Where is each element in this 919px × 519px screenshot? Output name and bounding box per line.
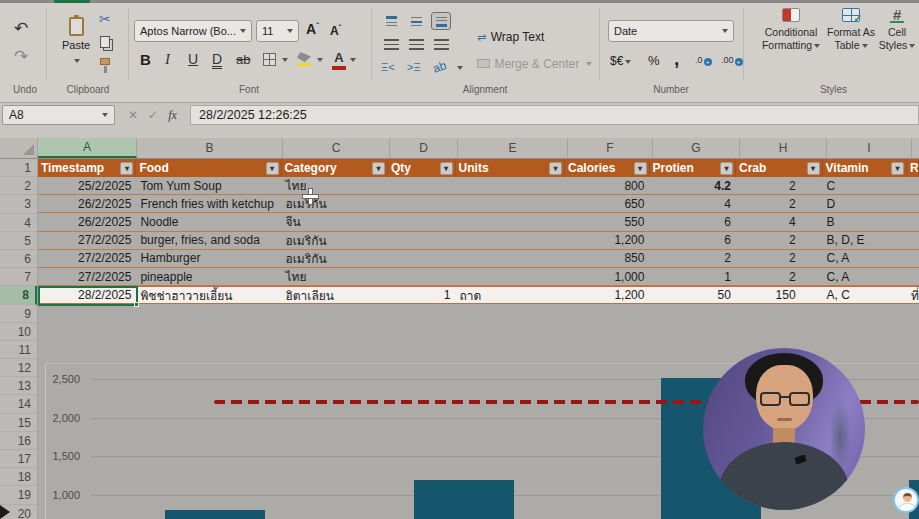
cell-qty[interactable] [388,250,456,267]
strikethrough-button[interactable]: ab [236,53,250,66]
font-size-combo[interactable]: 11 [256,20,299,42]
cell-qty[interactable] [388,213,456,230]
column-header-I[interactable]: I [827,138,912,158]
cell-timestamp[interactable]: 27/2/2025 [38,232,136,249]
cell-timestamp[interactable]: 25/2/2025 [38,177,136,194]
row-header-19[interactable]: 19 [0,486,37,504]
filter-dropdown-icon[interactable]: ▾ [440,162,453,175]
row-header-5[interactable]: 5 [0,232,37,250]
table-header-calories[interactable]: Calories▾ [565,159,650,177]
align-middle-button[interactable] [406,12,426,30]
cell-protien[interactable]: 4 [649,195,736,212]
cell-timestamp[interactable]: 26/2/2025 [38,213,136,230]
cell-calories[interactable]: 800 [565,177,650,194]
table-header-units[interactable]: Units▾ [456,159,565,177]
undo-icon[interactable]: ↶ [14,20,28,37]
column-header-B[interactable]: B [137,138,283,158]
cell-crab[interactable]: 4 [736,213,823,230]
column-header-A[interactable]: A [38,138,137,158]
cell-units[interactable] [456,250,565,267]
cell-food[interactable]: French fries with ketchup [136,195,281,212]
cell-remark[interactable] [907,195,919,212]
cut-icon[interactable]: ✂ [99,12,111,26]
increase-indent-button[interactable]: >Ξ [407,61,421,73]
underline-button[interactable]: U [188,52,198,66]
filter-dropdown-icon[interactable]: ▾ [720,162,733,175]
align-bottom-button[interactable] [431,12,451,30]
font-color-button[interactable]: A [332,50,346,70]
name-box[interactable]: A8 [2,105,115,125]
cell-remark[interactable] [907,213,919,230]
redo-icon[interactable]: ↷ [14,48,28,65]
enter-icon[interactable]: ✓ [148,108,158,122]
cell-calories[interactable]: 550 [565,213,650,230]
double-underline-button[interactable]: D [212,52,222,69]
cell-category[interactable]: ไทย [282,177,388,194]
decrease-indent-button[interactable]: Ξ< [381,61,395,73]
cell-food[interactable]: พิชช่าฮาวายเอี้ยน [136,287,281,303]
table-header-food[interactable]: Food▾ [136,159,281,177]
row-header-3[interactable]: 3 [0,195,37,213]
cell-units[interactable] [456,177,565,194]
currency-button[interactable]: $€ [610,54,631,68]
cell-protien[interactable]: 2 [649,250,736,267]
cell-remark[interactable] [907,268,919,285]
orientation-button[interactable]: ab [431,58,448,76]
row-header-9[interactable]: 9 [0,305,37,323]
align-top-button[interactable] [381,12,401,30]
cell-vitamin[interactable]: C [823,177,908,194]
cell-crab[interactable]: 150 [736,287,823,303]
cell-timestamp[interactable]: 26/2/2025 [38,195,136,212]
cell-remark[interactable] [907,232,919,249]
cell-calories[interactable]: 650 [565,195,650,212]
filter-dropdown-icon[interactable]: ▾ [634,162,647,175]
percent-button[interactable]: % [648,53,660,68]
cell-vitamin[interactable]: B, D, E [823,232,908,249]
italic-button[interactable]: I [165,52,170,67]
bold-button[interactable]: B [140,52,151,67]
cell-category[interactable]: อิตาเลียน [282,287,388,303]
cell-vitamin[interactable]: B [823,213,908,230]
filter-dropdown-icon[interactable]: ▾ [372,162,385,175]
cell-vitamin[interactable]: C, A [823,250,908,267]
wrap-text-button[interactable]: ⇌ Wrap Text [477,27,544,45]
filter-dropdown-icon[interactable]: ▾ [266,162,279,175]
cell-crab[interactable]: 2 [736,177,823,194]
row-header-14[interactable]: 14 [0,395,37,413]
cell-qty[interactable] [388,268,456,285]
cell-protien[interactable]: 6 [649,213,736,230]
table-header-timestamp[interactable]: Timestamp▾ [38,159,136,177]
row-header-2[interactable]: 2 [0,177,37,195]
cell-timestamp[interactable]: 27/2/2025 [38,250,136,267]
cell-crab[interactable]: 2 [736,195,823,212]
formula-input[interactable]: 28/2/2025 12:26:25 [190,105,919,125]
cell-category[interactable]: อเมริกัน [282,250,388,267]
cell-qty[interactable]: 1 [388,287,456,303]
align-left-button[interactable] [384,39,399,50]
row-header-11[interactable]: 11 [0,341,37,359]
merge-center-button[interactable]: Merge & Center [477,54,592,72]
row-header-12[interactable]: 12 [0,359,37,377]
cell-food[interactable]: Noodle [136,213,281,230]
fill-color-button[interactable] [297,52,311,67]
conditional-formatting-button[interactable]: Conditional Formatting [755,8,827,52]
cell-units[interactable]: ถาด [456,287,565,303]
filter-dropdown-icon[interactable]: ▾ [120,162,133,175]
row-header-10[interactable]: 10 [0,323,37,341]
cell-food[interactable]: Hamburger [136,250,281,267]
cell-protien[interactable]: 50 [649,287,736,303]
cell-food[interactable]: burger, fries, and soda [136,232,281,249]
decrease-decimal-button[interactable]: .00+ [721,55,743,66]
cancel-icon[interactable]: ✕ [128,108,138,122]
filter-dropdown-icon[interactable]: ▾ [807,162,820,175]
cell-remark[interactable] [907,250,919,267]
cell-calories[interactable]: 1,000 [565,268,650,285]
row-header-1[interactable]: 1 [0,159,37,177]
cell-vitamin[interactable]: A, C [823,287,908,303]
filter-dropdown-icon[interactable]: ▾ [549,162,562,175]
cell-calories[interactable]: 850 [565,250,650,267]
cell-styles-button[interactable]: # Cell Styles [876,8,918,52]
cell-vitamin[interactable]: C, A [823,268,908,285]
paste-button[interactable]: Paste [56,13,96,69]
column-header-D[interactable]: D [390,138,458,158]
